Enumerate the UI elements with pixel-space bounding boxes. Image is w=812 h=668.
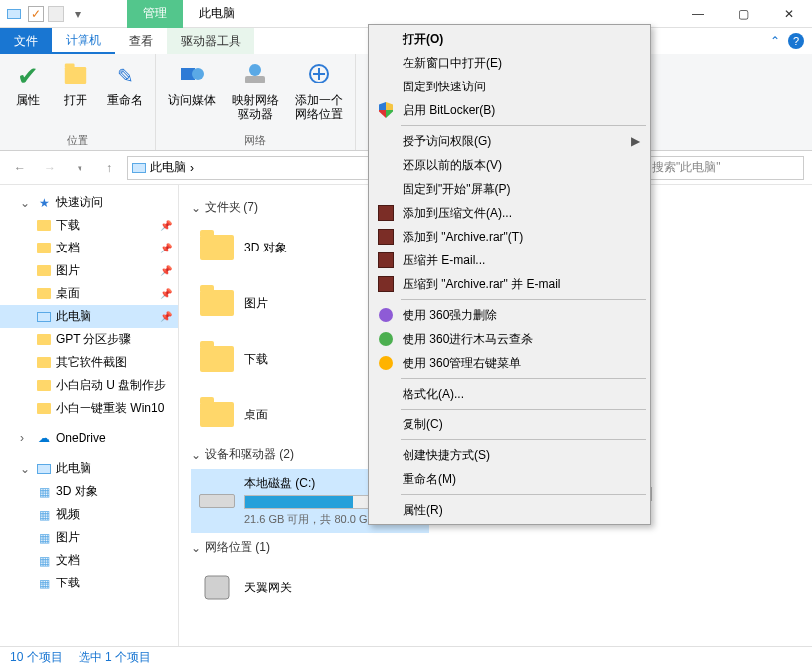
tree-item[interactable]: 文档📌: [0, 237, 178, 259]
cm-360-trojan-scan[interactable]: 使用 360进行木马云查杀: [371, 327, 648, 351]
ribbon-group-label: 网络: [164, 131, 347, 148]
chevron-down-icon: ⌄: [191, 448, 201, 462]
breadcrumb-segment[interactable]: 此电脑: [150, 159, 186, 176]
pc-icon: [37, 312, 51, 322]
folder-icon: [36, 355, 52, 371]
ribbon-map-drive-button[interactable]: 映射网络 驱动器: [228, 58, 283, 123]
qat-checkbox-icon[interactable]: ✓: [28, 6, 44, 22]
recent-dropdown[interactable]: ▾: [68, 156, 91, 180]
breadcrumb-separator[interactable]: ›: [190, 161, 194, 175]
tree-this-pc-root[interactable]: ⌄ 此电脑: [0, 457, 178, 480]
tree-item[interactable]: 其它软件截图: [0, 351, 178, 374]
status-item-count: 10 个项目: [10, 649, 63, 666]
tree-item[interactable]: 桌面📌: [0, 282, 178, 305]
up-button[interactable]: ↑: [97, 156, 121, 180]
cm-enable-bitlocker[interactable]: 启用 BitLocker(B): [371, 98, 648, 122]
tree-item[interactable]: 下载📌: [0, 214, 178, 237]
cm-pin-start[interactable]: 固定到"开始"屏幕(P): [371, 177, 648, 201]
chevron-down-icon: ⌄: [191, 541, 201, 555]
cm-give-access[interactable]: 授予访问权限(G)▶: [371, 129, 648, 153]
tree-item[interactable]: 小白启动 U 盘制作步: [0, 374, 178, 397]
ribbon-access-media-button[interactable]: 访问媒体: [164, 58, 220, 109]
tab-drive-tools[interactable]: 驱动器工具: [167, 28, 254, 54]
folder-icon: [197, 395, 237, 434]
cm-copy[interactable]: 复制(C): [371, 413, 648, 436]
cm-restore-versions[interactable]: 还原以前的版本(V): [371, 153, 648, 177]
tab-view[interactable]: 查看: [115, 28, 167, 54]
section-header-network[interactable]: ⌄ 网络位置 (1): [191, 533, 800, 562]
close-button[interactable]: ✕: [766, 0, 812, 28]
tree-item[interactable]: GPT 分区步骤: [0, 328, 178, 351]
cm-compress-email[interactable]: 压缩并 E-mail...: [371, 249, 648, 272]
tree-this-pc[interactable]: 此电脑 📌: [0, 305, 178, 328]
cm-format[interactable]: 格式化(A)...: [371, 382, 648, 406]
context-menu-separator: [401, 439, 646, 440]
pin-icon: 📌: [160, 243, 172, 253]
cm-compress-rar-email[interactable]: 压缩到 "Archive.rar" 并 E-mail: [371, 272, 648, 296]
tree-item[interactable]: 图片📌: [0, 259, 178, 282]
maximize-button[interactable]: ▢: [721, 0, 766, 28]
help-icon[interactable]: ?: [788, 33, 804, 49]
ribbon-properties-button[interactable]: ✔ 属性: [8, 58, 48, 109]
cm-pin-quick-access[interactable]: 固定到快速访问: [371, 75, 648, 98]
network-device-icon: [197, 568, 237, 607]
open-folder-icon: [60, 60, 91, 91]
cm-open[interactable]: 打开(O): [371, 27, 648, 51]
cm-add-archive-rar[interactable]: 添加到 "Archive.rar"(T): [371, 225, 648, 249]
ribbon-open-button[interactable]: 打开: [56, 58, 95, 109]
tree-item[interactable]: ▦图片: [0, 526, 178, 549]
rar-icon: [377, 275, 395, 293]
library-icon: ▦: [36, 576, 52, 591]
folder-icon: [197, 228, 237, 267]
search-input[interactable]: 搜索"此电脑": [645, 156, 804, 180]
cm-360-force-delete[interactable]: 使用 360强力删除: [371, 303, 648, 327]
cm-properties[interactable]: 属性(R): [371, 498, 648, 522]
folder-icon: [197, 283, 237, 323]
context-menu: 打开(O) 在新窗口中打开(E) 固定到快速访问 启用 BitLocker(B)…: [368, 24, 651, 525]
tab-file[interactable]: 文件: [0, 28, 52, 54]
tree-item[interactable]: ▦文档: [0, 549, 178, 572]
cm-rename[interactable]: 重命名(M): [371, 467, 648, 491]
collapse-ribbon-icon[interactable]: ⌃: [770, 34, 780, 48]
tree-item[interactable]: ▦视频: [0, 503, 178, 526]
360-icon: [377, 330, 395, 348]
back-button[interactable]: ←: [8, 156, 32, 180]
tree-item[interactable]: 小白一键重装 Win10: [0, 397, 178, 419]
tab-computer[interactable]: 计算机: [52, 28, 115, 54]
minimize-button[interactable]: —: [675, 0, 721, 28]
chevron-down-icon: ⌄: [191, 201, 201, 215]
rar-icon: [377, 204, 395, 222]
shield-icon: [377, 101, 395, 119]
svg-point-3: [249, 64, 261, 76]
tree-quick-access[interactable]: ⌄ ★ 快速访问: [0, 191, 178, 214]
pin-icon: 📌: [160, 220, 172, 231]
status-selected-count: 选中 1 个项目: [79, 649, 151, 666]
tree-item[interactable]: ▦3D 对象: [0, 480, 178, 503]
qat-dropdown-icon[interactable]: ▾: [68, 4, 87, 24]
network-location-item[interactable]: 天翼网关: [191, 562, 409, 613]
add-network-icon: [303, 60, 335, 91]
cm-add-archive[interactable]: 添加到压缩文件(A)...: [371, 201, 648, 225]
cm-open-new-window[interactable]: 在新窗口中打开(E): [371, 51, 648, 75]
ribbon-add-network-button[interactable]: 添加一个 网络位置: [291, 58, 347, 123]
context-menu-separator: [401, 125, 646, 126]
navigation-pane: ⌄ ★ 快速访问 下载📌文档📌图片📌桌面📌 此电脑 📌 GPT 分区步骤其它软件…: [0, 185, 179, 646]
checkmark-icon: ✔: [12, 60, 44, 91]
cm-create-shortcut[interactable]: 创建快捷方式(S): [371, 443, 648, 467]
pin-icon: 📌: [160, 265, 172, 276]
ribbon-rename-button[interactable]: ✎ 重命名: [103, 58, 147, 109]
contextual-tab-header: 管理: [127, 0, 183, 28]
cm-360-manage-menu[interactable]: 使用 360管理右键菜单: [371, 351, 648, 375]
window-title: 此电脑: [183, 0, 250, 28]
rar-icon: [377, 228, 395, 246]
forward-button[interactable]: →: [38, 156, 62, 180]
tree-item[interactable]: ▦下载: [0, 572, 178, 594]
folder-icon: [36, 286, 52, 302]
system-icon: [4, 4, 24, 24]
folder-icon: [36, 332, 52, 348]
media-icon: [176, 60, 208, 91]
folder-icon: [36, 401, 52, 417]
tree-onedrive[interactable]: › ☁ OneDrive: [0, 427, 178, 449]
qat-item-icon[interactable]: [48, 6, 64, 22]
submenu-arrow-icon: ▶: [631, 134, 640, 148]
